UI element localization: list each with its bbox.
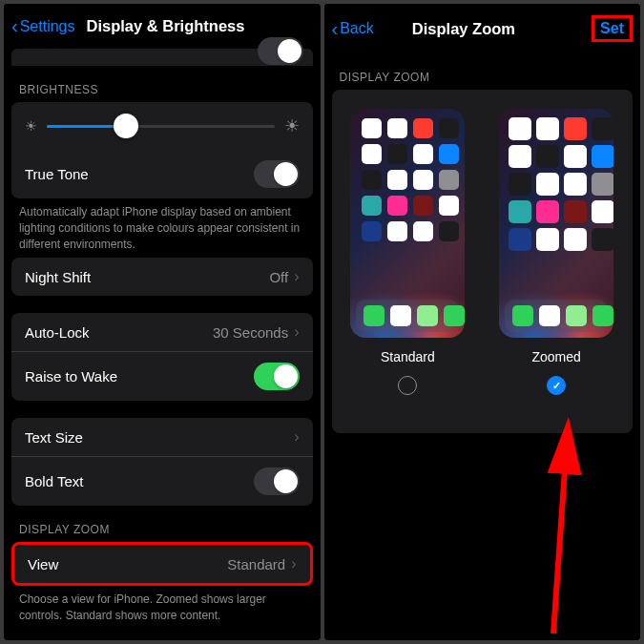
auto-lock-label: Auto-Lock xyxy=(25,324,90,341)
slider-thumb[interactable] xyxy=(114,114,138,138)
auto-lock-value: 30 Seconds xyxy=(213,324,288,341)
sun-small-icon: ☀ xyxy=(25,118,37,134)
standard-radio[interactable] xyxy=(398,376,417,395)
chevron-right-icon: › xyxy=(294,323,299,341)
text-size-row[interactable]: Text Size › xyxy=(11,418,313,457)
true-tone-footer: Automatically adapt iPhone display based… xyxy=(4,198,321,258)
set-button[interactable]: Set xyxy=(592,15,633,42)
page-title: Display & Brightness xyxy=(86,17,244,35)
view-label: View xyxy=(28,556,58,572)
back-to-settings-button[interactable]: ‹ Settings xyxy=(11,15,74,37)
bold-text-toggle[interactable] xyxy=(254,467,300,495)
chevron-right-icon: › xyxy=(294,428,299,446)
text-size-label: Text Size xyxy=(25,429,83,446)
brightness-slider-row: ☀ ☀ xyxy=(11,102,313,150)
partial-row xyxy=(11,49,313,66)
standard-option[interactable]: Standard xyxy=(350,109,465,395)
zoomed-option[interactable]: Zoomed xyxy=(499,109,613,395)
display-zoom-header: DISPLAY ZOOM xyxy=(324,53,641,90)
raise-to-wake-toggle[interactable] xyxy=(254,363,300,390)
raise-to-wake-label: Raise to Wake xyxy=(25,368,117,384)
bold-text-row: Bold Text xyxy=(11,457,313,506)
zoom-options-panel: Standard Zoo xyxy=(332,90,634,433)
view-value: Standard xyxy=(227,556,285,572)
display-zoom-screen: ‹ Back Display Zoom Set DISPLAY ZOOM xyxy=(324,4,641,640)
display-zoom-footer: Choose a view for iPhone. Zoomed shows l… xyxy=(4,586,321,630)
auto-lock-row[interactable]: Auto-Lock 30 Seconds› xyxy=(11,313,313,352)
nav-bar: ‹ Back Display Zoom Set xyxy=(324,4,641,53)
night-shift-label: Night Shift xyxy=(25,269,91,285)
chevron-right-icon: › xyxy=(291,555,296,572)
annotation-arrow xyxy=(429,414,620,640)
true-tone-toggle[interactable] xyxy=(254,160,300,188)
zoomed-preview xyxy=(499,109,613,338)
standard-preview xyxy=(350,109,465,338)
sun-large-icon: ☀ xyxy=(284,115,300,136)
page-title: Display Zoom xyxy=(336,20,592,38)
toggle-switch[interactable] xyxy=(258,37,303,65)
view-row-highlighted: View Standard› xyxy=(11,542,313,586)
brightness-header: BRIGHTNESS xyxy=(4,66,321,102)
zoomed-radio[interactable] xyxy=(547,376,566,395)
svg-line-1 xyxy=(553,428,568,634)
view-row[interactable]: View Standard› xyxy=(14,545,310,583)
back-label: Settings xyxy=(20,18,75,35)
chevron-left-icon: ‹ xyxy=(11,15,18,37)
brightness-slider[interactable] xyxy=(47,125,275,128)
night-shift-row[interactable]: Night Shift Off› xyxy=(11,258,313,296)
standard-label: Standard xyxy=(381,349,435,364)
raise-to-wake-row: Raise to Wake xyxy=(11,352,313,401)
zoomed-label: Zoomed xyxy=(531,349,580,364)
display-zoom-header: DISPLAY ZOOM xyxy=(4,506,321,542)
settings-display-brightness-screen: ‹ Settings Display & Brightness BRIGHTNE… xyxy=(4,4,321,640)
true-tone-label: True Tone xyxy=(25,166,89,182)
true-tone-row: True Tone xyxy=(11,150,313,198)
night-shift-value: Off xyxy=(269,269,288,285)
chevron-right-icon: › xyxy=(294,268,299,285)
bold-text-label: Bold Text xyxy=(25,473,83,489)
